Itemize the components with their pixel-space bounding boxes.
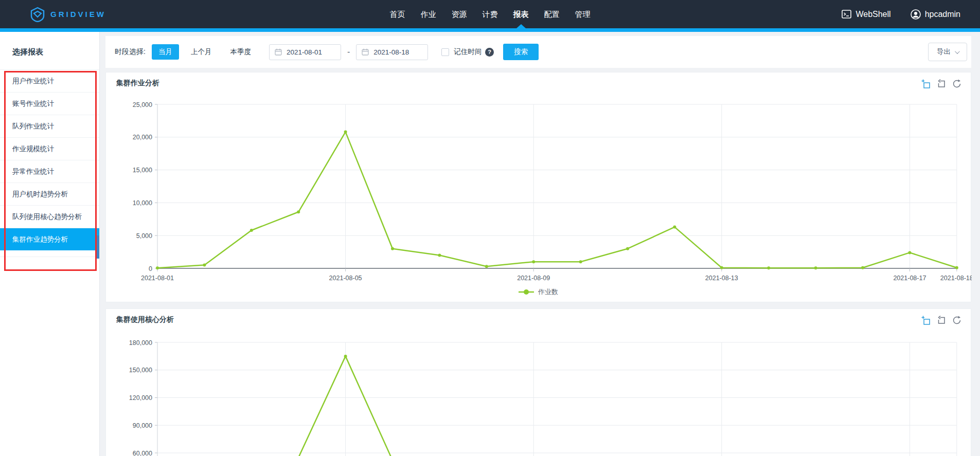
username-label: hpcadmin <box>925 10 960 19</box>
preset-last-month-button[interactable]: 上个月 <box>184 44 219 60</box>
svg-text:2021-08-05: 2021-08-05 <box>329 275 362 282</box>
legend-marker-icon <box>519 289 534 295</box>
nav-item-billing[interactable]: 计费 <box>475 0 506 28</box>
nav-item-reports[interactable]: 报表 <box>506 0 537 28</box>
preset-current-month-button[interactable]: 当月 <box>152 44 179 60</box>
sidebar-item-job-scale-stats[interactable]: 作业规模统计 <box>0 137 99 160</box>
export-button[interactable]: 导出 <box>928 43 967 61</box>
preset-this-quarter-button[interactable]: 本季度 <box>223 44 258 60</box>
top-navbar: GRIDVIEW 首页 作业 资源 计费 报表 配置 管理 WebShell h… <box>0 0 980 28</box>
terminal-icon <box>842 10 851 19</box>
user-menu[interactable]: hpcadmin <box>911 9 960 20</box>
help-icon[interactable]: ? <box>485 48 494 57</box>
sidebar-item-queue-job-stats[interactable]: 队列作业统计 <box>0 115 99 137</box>
main-nav: 首页 作业 资源 计费 报表 配置 管理 <box>382 0 598 28</box>
sidebar-item-queue-core-trend[interactable]: 队列使用核心趋势分析 <box>0 205 99 228</box>
refresh-icon[interactable] <box>952 316 961 325</box>
refresh-icon[interactable] <box>952 79 961 88</box>
svg-text:0: 0 <box>149 265 152 272</box>
svg-text:2021-08-18: 2021-08-18 <box>940 275 972 282</box>
svg-text:60,000: 60,000 <box>133 450 152 456</box>
search-button[interactable]: 搜索 <box>503 44 539 60</box>
zoom-reset-icon[interactable] <box>937 316 946 325</box>
report-list: 用户作业统计 账号作业统计 队列作业统计 作业规模统计 异常作业统计 用户机时趋… <box>0 69 99 257</box>
calendar-icon <box>275 48 282 56</box>
svg-text:2021-08-01: 2021-08-01 <box>141 275 174 282</box>
date-range-separator: - <box>347 47 350 57</box>
svg-text:2021-08-09: 2021-08-09 <box>517 275 550 282</box>
date-from-value: 2021-08-01 <box>287 48 322 56</box>
data-zoom-icon[interactable] <box>921 79 931 88</box>
calendar-icon <box>362 48 369 56</box>
svg-text:10,000: 10,000 <box>133 199 152 207</box>
sidebar-item-user-cpu-hours-trend[interactable]: 用户机时趋势分析 <box>0 183 99 205</box>
nav-item-config[interactable]: 配置 <box>537 0 567 28</box>
sidebar-scrollbar-thumb[interactable] <box>96 235 99 259</box>
cluster-core-usage-panel: 集群使用核心分析 030,00060,00090,000120,000150,0… <box>105 308 971 456</box>
list-divider <box>0 250 99 257</box>
webshell-button[interactable]: WebShell <box>842 10 890 19</box>
webshell-label: WebShell <box>856 10 890 19</box>
svg-text:120,000: 120,000 <box>129 394 152 402</box>
gridview-logo[interactable]: GRIDVIEW <box>30 0 106 28</box>
sidebar-item-user-job-stats[interactable]: 用户作业统计 <box>0 69 99 92</box>
remember-time-label: 记住时间 <box>454 47 482 57</box>
cluster-jobs-line-chart[interactable]: 05,00010,00015,00020,00025,0002021-08-01… <box>106 72 972 303</box>
svg-text:20,000: 20,000 <box>133 134 152 141</box>
zoom-reset-icon[interactable] <box>937 79 946 88</box>
brand-name: GRIDVIEW <box>50 10 106 19</box>
export-label: 导出 <box>937 47 951 57</box>
svg-text:2021-08-13: 2021-08-13 <box>705 275 738 282</box>
sidebar-item-account-job-stats[interactable]: 账号作业统计 <box>0 92 99 115</box>
date-to-value: 2021-08-18 <box>373 48 409 56</box>
cluster-job-analysis-panel: 集群作业分析 05,00010,00015,00020,00025,000202… <box>105 72 971 302</box>
sidebar-title: 选择报表 <box>0 32 99 69</box>
chart1-toolbox <box>921 79 961 88</box>
user-avatar-icon <box>911 9 921 20</box>
gridview-logo-icon <box>30 7 45 22</box>
chart2-toolbox <box>921 316 961 325</box>
date-to-input[interactable]: 2021-08-18 <box>356 44 428 60</box>
accent-bar <box>0 28 980 32</box>
period-select-label: 时段选择: <box>115 47 146 57</box>
svg-text:2021-08-17: 2021-08-17 <box>893 275 926 282</box>
nav-item-admin[interactable]: 管理 <box>567 0 598 28</box>
svg-text:180,000: 180,000 <box>129 339 152 346</box>
chevron-down-icon <box>955 49 960 54</box>
svg-text:25,000: 25,000 <box>133 101 152 108</box>
svg-text:15,000: 15,000 <box>133 167 152 174</box>
remember-time-checkbox[interactable] <box>441 48 449 56</box>
nav-item-resources[interactable]: 资源 <box>444 0 475 28</box>
data-zoom-icon[interactable] <box>921 316 931 325</box>
svg-text:150,000: 150,000 <box>129 367 152 374</box>
sidebar-item-abnormal-job-stats[interactable]: 异常作业统计 <box>0 160 99 183</box>
cluster-cores-line-chart[interactable]: 030,00060,00090,000120,000150,000180,000… <box>106 309 972 456</box>
report-sidebar: 选择报表 用户作业统计 账号作业统计 队列作业统计 作业规模统计 异常作业统计 … <box>0 32 100 456</box>
filter-toolbar: 时段选择: 当月 上个月 本季度 2021-08-01 - 2021-08-18… <box>105 36 971 68</box>
chart1-legend[interactable]: 作业数 <box>106 287 971 297</box>
svg-text:5,000: 5,000 <box>136 232 152 240</box>
nav-item-home[interactable]: 首页 <box>382 0 413 28</box>
date-from-input[interactable]: 2021-08-01 <box>269 44 341 60</box>
navbar-right: WebShell hpcadmin <box>842 0 960 28</box>
svg-text:90,000: 90,000 <box>133 422 152 429</box>
legend-label: 作业数 <box>538 287 558 297</box>
sidebar-item-cluster-job-trend[interactable]: 集群作业趋势分析 <box>0 228 99 250</box>
nav-item-jobs[interactable]: 作业 <box>413 0 444 28</box>
